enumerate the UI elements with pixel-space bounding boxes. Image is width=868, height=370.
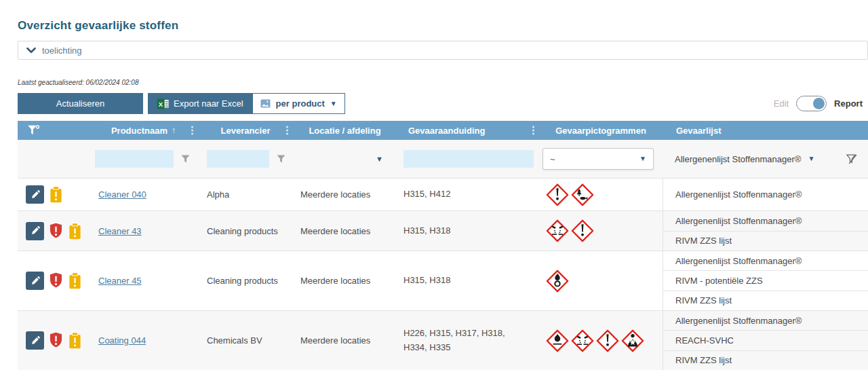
excel-icon: X xyxy=(157,98,169,110)
gevaaraanduiding-filter-input[interactable] xyxy=(403,150,534,168)
productnaam-cell: Cleaner 43 xyxy=(89,211,198,251)
gevaarpictogrammen-cell xyxy=(539,251,663,310)
gevaarlijst-filter-dropdown[interactable]: Allergenenlijst Stoffenmanager® ▼ xyxy=(675,154,814,164)
filter-cell-gevaarlijst: Allergenenlijst Stoffenmanager® ▼ xyxy=(663,140,868,178)
edit-pencil-button[interactable] xyxy=(26,222,44,240)
table-row: Coating 044Chemicals BVMeerdere locaties… xyxy=(18,310,868,370)
edit-pencil-button[interactable] xyxy=(26,185,44,204)
ghs-corrosion-pictogram xyxy=(546,219,569,242)
edit-pencil-button[interactable] xyxy=(26,331,44,350)
toelichting-label: toelichting xyxy=(42,45,82,56)
gevaarlijst-cell: Allergenenlijst Stoffenmanager®RIVM ZZS … xyxy=(663,211,868,251)
dropdown-arrow-icon: ▼ xyxy=(639,155,646,162)
productnaam-cell: Cleaner 45 xyxy=(89,251,198,310)
gevaarlijst-item: RIVM ZZS lijst xyxy=(663,231,868,251)
toggle-knob xyxy=(813,98,825,109)
gevaarlijst-item: RIVM ZZS lijst xyxy=(663,350,868,370)
clipboard-warning-icon xyxy=(68,223,82,240)
ghs-corrosion-pictogram xyxy=(571,329,594,352)
row-tools-cell xyxy=(18,211,89,251)
view-mode-dropdown[interactable]: per product ▼ xyxy=(252,93,345,114)
ghs-exclamation-pictogram xyxy=(571,219,594,242)
clear-filter-button[interactable] xyxy=(845,153,859,166)
filter-cell-gevaaraanduiding xyxy=(397,140,539,178)
shield-warning-icon xyxy=(49,272,63,289)
gevaarlijst-item: RIVM - potentiële ZZS xyxy=(663,270,868,290)
svg-text:X: X xyxy=(159,100,163,107)
product-link[interactable]: Cleaner 43 xyxy=(98,226,142,236)
filter-cell-locatie: ▼ xyxy=(293,140,397,178)
column-label: Gevaaraanduiding xyxy=(408,126,485,136)
actualiseren-button[interactable]: Actualiseren xyxy=(18,93,143,114)
gevaaraanduiding-cell: H315, H318 xyxy=(397,211,539,251)
table-row: Cleaner 43Cleaning productsMeerdere loca… xyxy=(18,210,868,251)
chevron-down-icon xyxy=(26,48,36,54)
header-filter-settings[interactable] xyxy=(18,121,89,140)
column-header-gevaarlijst[interactable]: Gevaarlijst xyxy=(663,121,868,140)
product-link[interactable]: Cleaner 45 xyxy=(98,276,142,286)
table-row: Cleaner 040AlphaMeerdere locatiesH315, H… xyxy=(18,178,868,210)
product-link[interactable]: Coating 044 xyxy=(98,335,146,346)
filter-cell-productnaam xyxy=(89,140,198,178)
gevaarlijst-filter-value: Allergenenlijst Stoffenmanager® xyxy=(675,154,801,164)
column-header-productnaam[interactable]: Productnaam ↑ xyxy=(89,121,198,140)
column-label: Gevaarlijst xyxy=(676,126,722,136)
table-header: Productnaam ↑ Leverancier Locatie / afde… xyxy=(18,121,868,140)
gevaarpictogrammen-cell xyxy=(539,179,663,210)
column-label: Leverancier xyxy=(221,126,271,136)
column-menu-icon[interactable] xyxy=(285,125,290,136)
filter-row: ▼ ~ ▼ Allergenenlijst Stoffenmanager® ▼ xyxy=(18,140,868,178)
edit-label[interactable]: Edit xyxy=(774,98,789,109)
locatie-filter-dropdown-arrow[interactable]: ▼ xyxy=(376,155,383,163)
clipboard-warning-icon xyxy=(68,332,82,349)
gevaarlijst-item: Allergenenlijst Stoffenmanager® xyxy=(663,211,868,231)
substances-table: Productnaam ↑ Leverancier Locatie / afde… xyxy=(18,121,868,370)
ghs-exclamation-pictogram xyxy=(546,183,569,206)
column-menu-icon[interactable] xyxy=(190,125,195,136)
dropdown-arrow-icon: ▼ xyxy=(330,100,337,107)
edit-report-toggle[interactable] xyxy=(796,96,827,111)
leverancier-filter-input[interactable] xyxy=(207,150,269,168)
locatie-cell: Meerdere locaties xyxy=(293,211,397,251)
report-label[interactable]: Report xyxy=(834,98,863,109)
filter-icon[interactable] xyxy=(275,153,287,164)
edit-report-toggle-group: Edit Report xyxy=(774,96,868,111)
gevaarpictogrammen-filter-dropdown[interactable]: ~ ▼ xyxy=(542,148,654,170)
filter-icon[interactable] xyxy=(180,153,191,164)
column-header-locatie[interactable]: Locatie / afdeling xyxy=(293,121,397,140)
locatie-cell: Meerdere locaties xyxy=(293,311,397,370)
gevaarlijst-item: Allergenenlijst Stoffenmanager® xyxy=(663,311,868,330)
ghs-environment-pictogram xyxy=(571,183,594,206)
sort-ascending-icon: ↑ xyxy=(172,126,176,135)
view-mode-value: per product xyxy=(276,98,325,109)
gevaaraanduiding-cell: H315, H412 xyxy=(397,179,539,210)
export-excel-label: Export naar Excel xyxy=(174,98,243,109)
column-header-gevaaraanduiding[interactable]: Gevaaraanduiding xyxy=(397,121,539,140)
productnaam-filter-input[interactable] xyxy=(95,150,174,168)
last-updated-text: Laatst geactualiseerd: 06/02/2024 02:08 xyxy=(18,79,868,86)
export-excel-button[interactable]: X Export naar Excel xyxy=(148,93,252,114)
gevaarpictogrammen-cell xyxy=(539,311,663,370)
toelichting-expander[interactable]: toelichting xyxy=(18,41,868,60)
gevaarlijst-cell: Allergenenlijst Stoffenmanager®REACH-SVH… xyxy=(663,311,868,370)
column-header-gevaarpictogrammen[interactable]: Gevaarpictogrammen xyxy=(539,121,663,140)
row-tools-cell xyxy=(18,311,89,370)
filter-settings-icon xyxy=(26,125,41,136)
filter-cell-leverancier xyxy=(198,140,293,178)
edit-pencil-button[interactable] xyxy=(26,272,44,290)
gevaaraanduiding-cell: H315, H318 xyxy=(397,251,539,310)
ghs-flame-over-circle-pictogram xyxy=(546,270,569,293)
column-label: Productnaam xyxy=(111,126,167,136)
gevaaraanduiding-cell: H226, H315, H317, H318, H334, H335 xyxy=(397,311,539,370)
gevaarlijst-item: REACH-SVHC xyxy=(663,330,868,350)
column-menu-icon[interactable] xyxy=(531,125,536,136)
locatie-cell: Meerdere locaties xyxy=(293,179,397,210)
column-header-leverancier[interactable]: Leverancier xyxy=(198,121,293,140)
gevaarlijst-item: RIVM ZZS lijst xyxy=(663,291,868,310)
shield-warning-icon xyxy=(49,223,63,240)
product-link[interactable]: Cleaner 040 xyxy=(98,189,146,200)
toolbar: Actualiseren X Export naar Excel xyxy=(18,93,868,114)
leverancier-cell: Cleaning products xyxy=(198,211,293,251)
row-tools-cell xyxy=(18,179,89,210)
report-view-icon xyxy=(260,99,271,108)
